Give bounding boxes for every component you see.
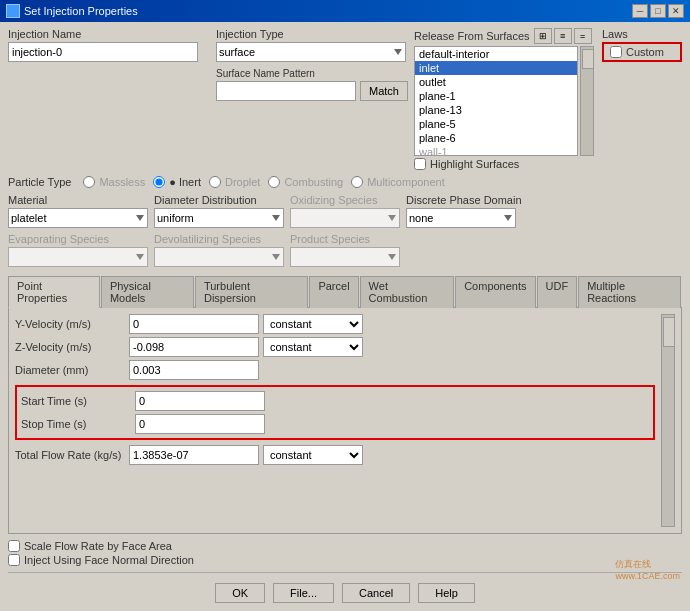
inject-normal-checkbox[interactable]: [8, 554, 20, 566]
product-species-select: [290, 247, 400, 267]
maximize-button[interactable]: □: [650, 4, 666, 18]
injection-name-input[interactable]: [8, 42, 198, 62]
surface-name-input[interactable]: [216, 81, 356, 101]
time-section: Start Time (s) Stop Time (s): [15, 385, 655, 440]
release-list-btn[interactable]: ≡: [554, 28, 572, 44]
highlight-surfaces-checkbox[interactable]: [414, 158, 426, 170]
inert-radio[interactable]: [153, 176, 165, 188]
release-from-listbox[interactable]: default-interior inlet outlet plane-1 pl…: [414, 46, 578, 156]
diameter-dist-label: Diameter Distribution: [154, 194, 284, 206]
title-bar: Set Injection Properties ─ □ ✕: [0, 0, 690, 22]
release-equals-btn[interactable]: =: [574, 28, 592, 44]
multicomponent-label: Multicomponent: [367, 176, 445, 188]
list-item[interactable]: inlet: [415, 61, 577, 75]
list-item[interactable]: default-interior: [415, 47, 577, 61]
particle-type-label: Particle Type: [8, 176, 71, 188]
z-velocity-input[interactable]: [129, 337, 259, 357]
tabs-bar: Point Properties Physical Models Turbule…: [8, 275, 682, 308]
release-from-label: Release From Surfaces: [414, 30, 530, 42]
z-velocity-type[interactable]: constant: [263, 337, 363, 357]
minimize-button[interactable]: ─: [632, 4, 648, 18]
y-velocity-label: Y-Velocity (m/s): [15, 318, 125, 330]
diameter-label: Diameter (mm): [15, 364, 125, 376]
devolatilizing-species-select: [154, 247, 284, 267]
inject-normal-label: Inject Using Face Normal Direction: [24, 554, 194, 566]
total-flow-label: Total Flow Rate (kg/s): [15, 449, 125, 461]
discrete-phase-label: Discrete Phase Domain: [406, 194, 522, 206]
oxidizing-species-select: [290, 208, 400, 228]
droplet-radio[interactable]: [209, 176, 221, 188]
list-item[interactable]: wall-1: [415, 145, 577, 156]
product-species-label: Product Species: [290, 233, 400, 245]
tab-content: Y-Velocity (m/s) constant Z-Velocity (m/…: [8, 308, 682, 534]
ok-button[interactable]: OK: [215, 583, 265, 603]
combusting-radio[interactable]: [268, 176, 280, 188]
total-flow-input[interactable]: [129, 445, 259, 465]
tab-wet-combustion[interactable]: Wet Combustion: [360, 276, 455, 308]
custom-checkbox-row: Custom: [602, 42, 682, 62]
start-time-input[interactable]: [135, 391, 265, 411]
material-label: Material: [8, 194, 148, 206]
match-button[interactable]: Match: [360, 81, 408, 101]
diameter-input[interactable]: [129, 360, 259, 380]
tab-parcel[interactable]: Parcel: [309, 276, 358, 308]
multicomponent-radio[interactable]: [351, 176, 363, 188]
injection-type-label: Injection Type: [216, 28, 406, 40]
custom-label: Custom: [626, 46, 664, 58]
list-item[interactable]: plane-1: [415, 89, 577, 103]
cancel-button[interactable]: Cancel: [342, 583, 410, 603]
y-velocity-type[interactable]: constant: [263, 314, 363, 334]
release-copy-btn[interactable]: ⊞: [534, 28, 552, 44]
custom-checkbox[interactable]: [610, 46, 622, 58]
highlight-surfaces-label: Highlight Surfaces: [430, 158, 519, 170]
stop-time-label: Stop Time (s): [21, 418, 131, 430]
file-button[interactable]: File...: [273, 583, 334, 603]
diameter-dist-select[interactable]: uniform: [154, 208, 284, 228]
laws-label: Laws: [602, 28, 682, 40]
help-button[interactable]: Help: [418, 583, 475, 603]
list-item[interactable]: plane-5: [415, 117, 577, 131]
stop-time-input[interactable]: [135, 414, 265, 434]
devolatilizing-species-label: Devolatilizing Species: [154, 233, 284, 245]
list-item[interactable]: outlet: [415, 75, 577, 89]
oxidizing-species-label: Oxidizing Species: [290, 194, 400, 206]
scale-flow-label: Scale Flow Rate by Face Area: [24, 540, 172, 552]
massless-radio[interactable]: [83, 176, 95, 188]
material-select[interactable]: platelet: [8, 208, 148, 228]
combusting-label: Combusting: [284, 176, 343, 188]
massless-label: Massless: [99, 176, 145, 188]
tab-physical-models[interactable]: Physical Models: [101, 276, 194, 308]
discrete-phase-select[interactable]: none: [406, 208, 516, 228]
scale-flow-checkbox[interactable]: [8, 540, 20, 552]
window-icon: [6, 4, 20, 18]
window-title: Set Injection Properties: [24, 5, 138, 17]
injection-name-label: Injection Name: [8, 28, 208, 40]
droplet-label: Droplet: [225, 176, 260, 188]
y-velocity-input[interactable]: [129, 314, 259, 334]
inert-label: ● Inert: [169, 176, 201, 188]
evaporating-species-label: Evaporating Species: [8, 233, 148, 245]
surface-name-label: Surface Name Pattern: [216, 68, 406, 79]
z-velocity-label: Z-Velocity (m/s): [15, 341, 125, 353]
tab-udf[interactable]: UDF: [537, 276, 578, 308]
tab-components[interactable]: Components: [455, 276, 535, 308]
watermark: 仿真在线 www.1CAE.com: [615, 558, 680, 581]
close-button[interactable]: ✕: [668, 4, 684, 18]
tab-turbulent-dispersion[interactable]: Turbulent Dispersion: [195, 276, 308, 308]
tab-point-properties[interactable]: Point Properties: [8, 276, 100, 308]
tab-content-scrollbar[interactable]: [661, 314, 675, 527]
list-item[interactable]: plane-13: [415, 103, 577, 117]
evaporating-species-select: [8, 247, 148, 267]
total-flow-type[interactable]: constant: [263, 445, 363, 465]
injection-type-select[interactable]: surface: [216, 42, 406, 62]
list-item[interactable]: plane-6: [415, 131, 577, 145]
listbox-scrollbar[interactable]: [580, 46, 594, 156]
tab-multiple-reactions[interactable]: Multiple Reactions: [578, 276, 681, 308]
start-time-label: Start Time (s): [21, 395, 131, 407]
